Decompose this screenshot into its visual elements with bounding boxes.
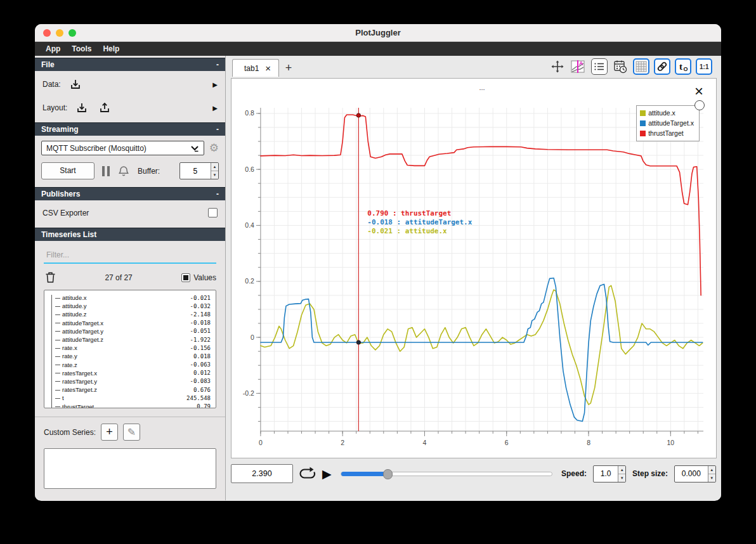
section-header-file[interactable]: File - <box>35 58 225 71</box>
streaming-source-select[interactable]: MQTT Subscriber (Mosquitto) <box>41 141 204 155</box>
layout-expand-arrow-icon[interactable]: ▶ <box>212 105 218 112</box>
edit-custom-series-button[interactable]: ✎ <box>123 424 140 441</box>
load-layout-button[interactable] <box>74 101 90 115</box>
collapse-publishers-icon[interactable]: - <box>216 190 219 198</box>
notifications-bell-icon[interactable] <box>117 165 130 178</box>
csv-exporter-checkbox[interactable] <box>208 208 218 217</box>
list-item[interactable]: attitudeTarget.z-1.922 <box>48 335 211 344</box>
svg-text:A: A <box>579 60 583 67</box>
step-size-input[interactable] <box>675 466 708 482</box>
close-window-button[interactable] <box>43 29 51 37</box>
legend-item[interactable]: attitude.x <box>640 108 694 118</box>
add-tab-button[interactable]: + <box>279 59 298 77</box>
pause-icon[interactable] <box>102 166 110 176</box>
list-item[interactable]: rate.x-0.156 <box>48 344 211 352</box>
speed-down-icon[interactable]: ▼ <box>618 474 625 482</box>
timeseries-list[interactable]: attitude.x-0.021attitude.y-0.032attitude… <box>44 290 216 408</box>
link-axes-icon[interactable] <box>654 58 670 75</box>
svg-text:0.8: 0.8 <box>245 110 254 117</box>
collapse-streaming-icon[interactable]: - <box>216 125 219 134</box>
step-up-icon[interactable]: ▲ <box>708 466 715 474</box>
legend[interactable]: attitude.xattitudeTarget.xthrustTarget <box>636 105 700 141</box>
legend-handle-icon[interactable] <box>694 100 705 110</box>
menu-app[interactable]: App <box>40 44 66 53</box>
tree-branch <box>55 356 60 357</box>
csv-exporter-label: CSV Exporter <box>42 209 89 217</box>
minimize-window-button[interactable] <box>56 29 63 37</box>
tab-tab1[interactable]: tab1 × <box>232 59 279 77</box>
step-down-icon[interactable]: ▼ <box>708 474 715 482</box>
plot-area[interactable]: -0.200.20.40.60.80246810... 0.790 : thru… <box>231 78 717 458</box>
speed-input[interactable] <box>594 466 618 482</box>
ratio-1-1-icon[interactable]: 1:1 <box>696 58 712 75</box>
save-layout-button[interactable] <box>96 101 113 115</box>
menu-help[interactable]: Help <box>97 44 125 53</box>
load-data-button[interactable] <box>67 77 84 91</box>
buffer-spinbox[interactable]: ▲▼ <box>179 162 219 179</box>
filter-input[interactable] <box>44 249 216 264</box>
data-row: Data: ▶ <box>35 71 225 97</box>
tree-branch <box>55 306 60 307</box>
list-item[interactable]: ratesTarget.y-0.083 <box>48 377 211 385</box>
move-arrows-icon[interactable] <box>549 58 566 75</box>
play-button[interactable]: ▶ <box>322 468 332 480</box>
grid-layout-icon[interactable] <box>633 58 649 75</box>
speed-spinbox[interactable]: ▲▼ <box>593 465 626 482</box>
tree-branch <box>55 323 60 323</box>
window-title: PlotJuggler <box>355 28 401 37</box>
time-field[interactable] <box>231 464 293 483</box>
time-offset-icon[interactable]: t O <box>675 58 691 75</box>
curve-tracker-icon[interactable]: A <box>570 58 587 75</box>
svg-text:O: O <box>684 66 688 72</box>
streaming-settings-button[interactable]: ⚙ <box>209 143 219 153</box>
svg-text:8: 8 <box>587 439 590 446</box>
list-item[interactable]: t245.548 <box>48 394 211 402</box>
close-tab-icon[interactable]: × <box>265 63 271 73</box>
section-header-timeseries[interactable]: Timeseries List <box>35 228 225 241</box>
list-item[interactable]: attitude.x-0.021 <box>48 294 211 302</box>
custom-series-list[interactable] <box>44 448 216 489</box>
slider-handle[interactable] <box>383 469 393 479</box>
close-plot-icon[interactable]: × <box>694 84 703 99</box>
start-button[interactable]: Start <box>41 162 94 179</box>
list-item[interactable]: ratesTarget.z0.676 <box>48 385 211 394</box>
list-item[interactable]: rate.z-0.063 <box>48 361 211 369</box>
section-header-publishers[interactable]: Publishers - <box>35 187 225 200</box>
menu-tools[interactable]: Tools <box>66 44 97 53</box>
list-item[interactable]: attitude.z-2.148 <box>48 310 211 318</box>
list-item[interactable]: rate.y0.018 <box>48 352 211 360</box>
maximize-window-button[interactable] <box>68 29 76 37</box>
legend-item[interactable]: thrustTarget <box>640 128 694 138</box>
data-expand-arrow-icon[interactable]: ▶ <box>212 81 218 88</box>
values-checkbox[interactable] <box>181 273 190 282</box>
buffer-down-icon[interactable]: ▼ <box>211 171 218 179</box>
section-header-streaming[interactable]: Streaming - <box>35 122 225 136</box>
list-item[interactable]: attitudeTarget.x-0.018 <box>48 319 211 327</box>
buffer-input[interactable] <box>180 163 211 179</box>
list-view-icon[interactable] <box>591 58 608 75</box>
list-item[interactable]: attitude.y-0.032 <box>48 302 211 310</box>
speed-up-icon[interactable]: ▲ <box>618 466 625 474</box>
timeline-slider[interactable] <box>341 472 552 476</box>
import-icon <box>75 102 88 113</box>
plot-toolbar: A <box>549 58 712 77</box>
buffer-up-icon[interactable]: ▲ <box>211 163 218 171</box>
add-custom-series-button[interactable]: + <box>101 424 118 441</box>
collapse-file-icon[interactable]: - <box>216 60 219 69</box>
list-item[interactable]: thrustTarget0.79 <box>48 402 211 408</box>
loop-icon[interactable] <box>299 467 316 481</box>
title-bar: PlotJuggler <box>35 24 721 42</box>
tree-branch <box>55 314 60 315</box>
list-item[interactable]: ratesTarget.x0.012 <box>48 369 211 377</box>
svg-text:0: 0 <box>259 439 263 446</box>
tree-branch <box>55 348 60 349</box>
step-size-spinbox[interactable]: ▲▼ <box>674 465 716 482</box>
date-time-icon[interactable] <box>612 58 629 75</box>
custom-series-label: Custom Series: <box>44 428 96 437</box>
list-item[interactable]: attitudeTarget.y-0.051 <box>48 327 211 335</box>
svg-text:0.2: 0.2 <box>245 278 254 285</box>
legend-item[interactable]: attitudeTarget.x <box>640 118 694 128</box>
svg-text:10: 10 <box>667 439 675 446</box>
trash-icon[interactable] <box>45 271 56 283</box>
svg-text:0: 0 <box>251 334 254 341</box>
